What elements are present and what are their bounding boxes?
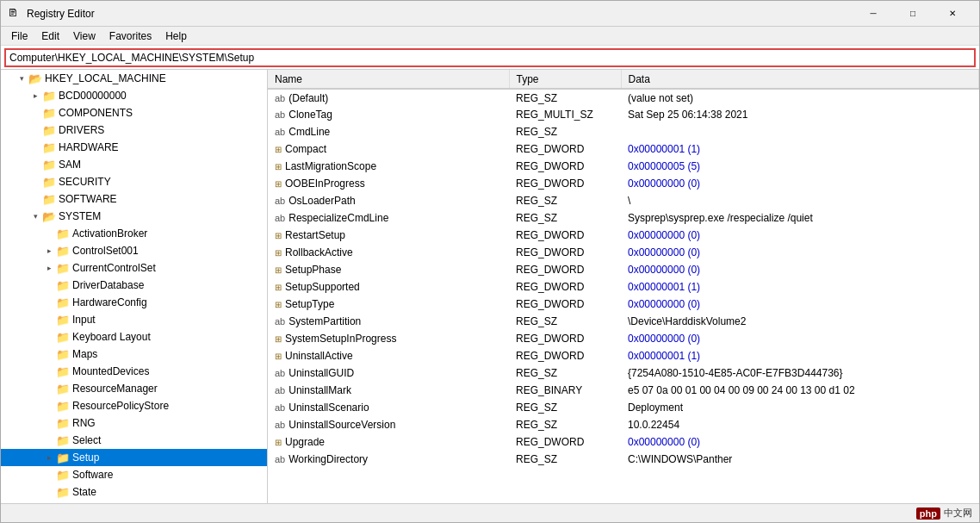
- tree-expand-icon[interactable]: ▾: [15, 74, 28, 83]
- tree-item-driverdatabase[interactable]: 📁DriverDatabase: [1, 277, 267, 294]
- close-button[interactable]: ✕: [933, 1, 972, 27]
- tree-item-bcd[interactable]: ▸📁BCD00000000: [1, 87, 267, 104]
- ab-icon: ab: [275, 454, 285, 464]
- table-row[interactable]: ⊞OOBEInProgressREG_DWORD0x00000000 (0): [268, 175, 979, 192]
- menu-item-file[interactable]: File: [4, 27, 34, 46]
- table-row[interactable]: ⊞LastMigrationScopeREG_DWORD0x00000005 (…: [268, 158, 979, 175]
- folder-icon: 📁: [42, 107, 56, 120]
- table-row[interactable]: abRespecializeCmdLineREG_SZSysprep\syspr…: [268, 209, 979, 227]
- tree-label: COMPONENTS: [59, 107, 133, 119]
- cell-data: 0x00000001 (1): [621, 278, 979, 296]
- dw-icon: ⊞: [275, 283, 282, 292]
- tree-item-mounteddevices[interactable]: 📁MountedDevices: [1, 363, 267, 380]
- registry-values: Name Type Data ab(Default)REG_SZ(value n…: [268, 70, 979, 503]
- cell-name: ⊞Upgrade: [268, 433, 509, 451]
- cell-type: REG_DWORD: [509, 175, 621, 192]
- tree-item-resourcepolicystore[interactable]: 📁ResourcePolicyStore: [1, 397, 267, 414]
- tree-item-drivers[interactable]: 📁DRIVERS: [1, 121, 267, 139]
- tree-item-select[interactable]: 📁Select: [1, 432, 267, 449]
- tree-expand-icon[interactable]: ▾: [28, 212, 42, 221]
- tree-item-security[interactable]: 📁SECURITY: [1, 173, 267, 190]
- table-row[interactable]: abOsLoaderPathREG_SZ\: [268, 192, 979, 209]
- table-row[interactable]: ⊞SetupTypeREG_DWORD0x00000000 (0): [268, 296, 979, 313]
- col-type: Type: [509, 70, 621, 89]
- tree-item-currentcontrolset[interactable]: ▸📁CurrentControlSet: [1, 259, 267, 277]
- ab-icon: ab: [275, 385, 285, 395]
- maximize-button[interactable]: □: [893, 1, 933, 27]
- cell-name: abRespecializeCmdLine: [268, 209, 509, 227]
- tree-expand-icon[interactable]: ▸: [42, 264, 56, 272]
- dw-icon: ⊞: [275, 352, 282, 361]
- table-row[interactable]: ⊞SystemSetupInProgressREG_DWORD0x0000000…: [268, 330, 979, 347]
- tree-label: HKEY_LOCAL_MACHINE: [45, 72, 166, 84]
- tree-item-setup[interactable]: ▸📁Setup: [1, 449, 267, 466]
- ab-icon: ab: [275, 93, 285, 103]
- tree-expand-icon[interactable]: ▸: [42, 246, 56, 255]
- folder-icon: 📁: [56, 262, 70, 275]
- tree-item-controlset001[interactable]: ▸📁ControlSet001: [1, 242, 267, 259]
- tree-item-maps[interactable]: 📁Maps: [1, 346, 267, 363]
- tree-item-software[interactable]: 📁SOFTWARE: [1, 190, 267, 208]
- tree-item-input[interactable]: 📁Input: [1, 311, 267, 328]
- table-row[interactable]: ⊞SetupSupportedREG_DWORD0x00000001 (1): [268, 278, 979, 296]
- cell-type: REG_BINARY: [509, 382, 621, 399]
- menu-item-edit[interactable]: Edit: [34, 27, 66, 46]
- app-icon: 🖹: [8, 7, 22, 21]
- table-row[interactable]: abUninstallSourceVersionREG_SZ10.0.22454: [268, 416, 979, 433]
- cell-name: ⊞LastMigrationScope: [268, 158, 509, 175]
- tree-expand-icon[interactable]: ▸: [42, 453, 56, 462]
- tree-item-softwares[interactable]: 📁Software: [1, 466, 267, 483]
- table-row[interactable]: ⊞RestartSetupREG_DWORD0x00000000 (0): [268, 227, 979, 244]
- zh-label: 中文网: [944, 507, 972, 520]
- table-row[interactable]: abWorkingDirectoryREG_SZC:\WINDOWS\Panth…: [268, 451, 979, 468]
- cell-name: abSystemPartition: [268, 313, 509, 330]
- tree-label: ControlSet001: [72, 245, 139, 257]
- registry-tree: ▾📂HKEY_LOCAL_MACHINE▸📁BCD00000000📁COMPON…: [1, 70, 268, 503]
- tree-item-resourcemanager[interactable]: 📁ResourceManager: [1, 380, 267, 397]
- tree-item-state[interactable]: 📁State: [1, 483, 267, 501]
- tree-item-rng[interactable]: 📁RNG: [1, 414, 267, 432]
- statusbar: php 中文网: [1, 503, 979, 522]
- dw-icon: ⊞: [275, 248, 282, 258]
- table-row[interactable]: ⊞CompactREG_DWORD0x00000001 (1): [268, 140, 979, 158]
- table-row[interactable]: abUninstallGUIDREG_SZ{7254A080-1510-4E85…: [268, 364, 979, 382]
- table-row[interactable]: abSystemPartitionREG_SZ\Device\HarddiskV…: [268, 313, 979, 330]
- cell-data: {7254A080-1510-4E85-AC0F-E7FB3D444736}: [621, 364, 979, 382]
- cell-type: REG_DWORD: [509, 158, 621, 175]
- ab-icon: ab: [275, 196, 285, 206]
- tree-item-keyboardlayout[interactable]: 📁Keyboard Layout: [1, 328, 267, 346]
- tree-item-components[interactable]: 📁COMPONENTS: [1, 104, 267, 121]
- table-row[interactable]: abUninstallScenarioREG_SZDeployment: [268, 399, 979, 416]
- php-badge: php: [916, 507, 940, 520]
- tree-expand-icon[interactable]: ▸: [28, 91, 42, 100]
- tree-item-hklm[interactable]: ▾📂HKEY_LOCAL_MACHINE: [1, 70, 267, 87]
- menu-item-view[interactable]: View: [66, 27, 102, 46]
- menu-item-help[interactable]: Help: [158, 27, 194, 46]
- table-row[interactable]: ⊞SetupPhaseREG_DWORD0x00000000 (0): [268, 261, 979, 278]
- cell-type: REG_SZ: [509, 89, 621, 106]
- table-row[interactable]: ⊞UpgradeREG_DWORD0x00000000 (0): [268, 433, 979, 451]
- tree-item-sam[interactable]: 📁SAM: [1, 156, 267, 173]
- tree-label: ResourcePolicyStore: [72, 400, 169, 412]
- table-row[interactable]: abCloneTagREG_MULTI_SZSat Sep 25 06:14:3…: [268, 106, 979, 123]
- minimize-button[interactable]: ─: [853, 1, 893, 27]
- folder-icon: 📁: [56, 469, 70, 482]
- table-row[interactable]: ab(Default)REG_SZ(value not set): [268, 89, 979, 106]
- cell-data: C:\WINDOWS\Panther: [621, 451, 979, 468]
- tree-label: Select: [72, 434, 101, 446]
- menu-item-favorites[interactable]: Favorites: [102, 27, 158, 46]
- table-row[interactable]: abUninstallMarkREG_BINARYe5 07 0a 00 01 …: [268, 382, 979, 399]
- cell-data: e5 07 0a 00 01 00 04 00 09 00 24 00 13 0…: [621, 382, 979, 399]
- table-row[interactable]: ⊞UninstallActiveREG_DWORD0x00000001 (1): [268, 347, 979, 364]
- ab-icon: ab: [275, 127, 285, 137]
- tree-item-activationbroker[interactable]: 📁ActivationBroker: [1, 225, 267, 242]
- tree-item-system[interactable]: ▾📂SYSTEM: [1, 208, 267, 225]
- tree-item-hardware[interactable]: 📁HARDWARE: [1, 139, 267, 156]
- cell-name: ⊞SystemSetupInProgress: [268, 330, 509, 347]
- ab-icon: ab: [275, 368, 285, 378]
- address-input[interactable]: [4, 48, 976, 67]
- tree-item-hardwareconfig[interactable]: 📁HardwareConfig: [1, 294, 267, 311]
- table-row[interactable]: abCmdLineREG_SZ: [268, 123, 979, 140]
- table-row[interactable]: ⊞RollbackActiveREG_DWORD0x00000000 (0): [268, 244, 979, 261]
- cell-name: abWorkingDirectory: [268, 451, 509, 468]
